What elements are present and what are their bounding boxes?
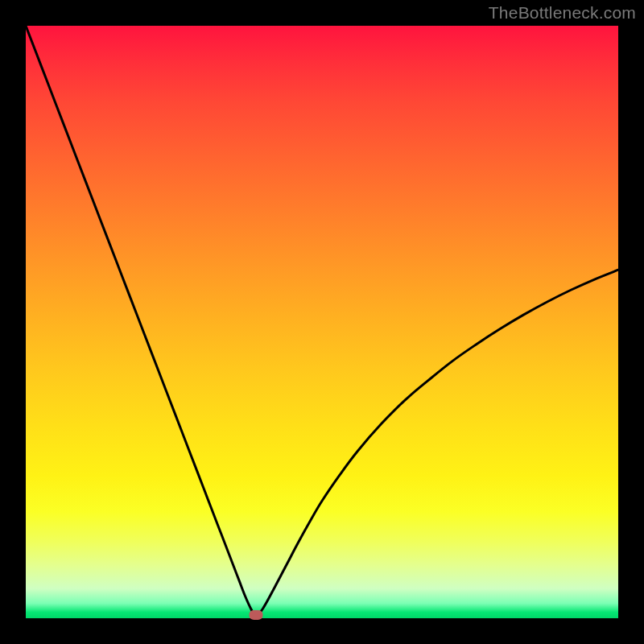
plot-area	[26, 26, 618, 618]
curve-path	[26, 26, 618, 616]
optimal-point-marker	[249, 610, 262, 620]
bottleneck-curve	[26, 26, 618, 618]
chart-frame: TheBottleneck.com	[0, 0, 644, 644]
watermark-text: TheBottleneck.com	[489, 3, 636, 23]
